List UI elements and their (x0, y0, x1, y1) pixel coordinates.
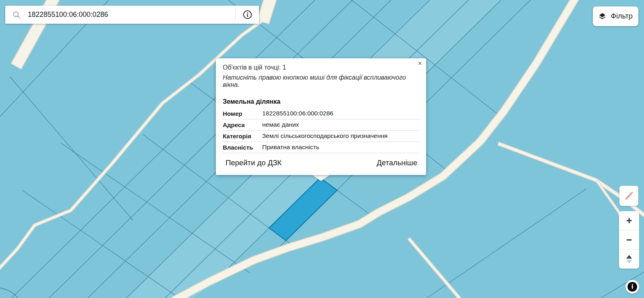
default-extent-button[interactable] (619, 249, 639, 269)
search-info-button[interactable] (236, 6, 259, 24)
cadastral-map-app: Фільтр × Об'єктів в цій точці: 1 Натисні… (0, 0, 644, 298)
pencil-slash-icon (623, 190, 635, 201)
parcel-attributes-table: Номер 1822855100:06:000:0286 Адреса нема… (223, 108, 419, 153)
table-row: Адреса немає даних (223, 119, 419, 131)
parcel-info-popup: × Об'єктів в цій точці: 1 Натисніть прав… (216, 58, 426, 175)
zoom-out-button[interactable]: − (619, 230, 639, 249)
zoom-in-button[interactable]: + (619, 211, 639, 230)
filter-button[interactable]: Фільтр (593, 6, 638, 26)
magnifier-icon (5, 10, 28, 19)
search-input[interactable] (28, 10, 235, 19)
up-down-arrows-icon (626, 255, 632, 263)
popup-pointer (311, 175, 331, 181)
row-value: Землі сільськогосподарського призначення (262, 132, 387, 140)
popup-actions: Перейти до ДЗК Детальніше (223, 158, 419, 167)
table-row: Власність Приватна власність (223, 142, 419, 153)
clear-drawing-button[interactable] (619, 186, 638, 206)
goto-dzk-link[interactable]: Перейти до ДЗК (226, 158, 282, 167)
table-row: Категорія Землі сільськогосподарського п… (223, 131, 419, 142)
row-label: Категорія (223, 133, 262, 140)
info-filled-icon: i (627, 282, 637, 292)
parcel-section-title: Земельна ділянка (223, 98, 419, 105)
info-circle-icon (242, 10, 253, 20)
filter-button-label: Фільтр (611, 12, 632, 21)
row-label: Адреса (223, 121, 262, 128)
row-value: немає даних (262, 121, 299, 128)
row-label: Номер (223, 110, 262, 117)
objects-count-text: Об'єктів в цій точці: 1 (223, 64, 419, 71)
popup-hint-text: Натисніть правою кнопкою миші для фіксац… (223, 74, 419, 88)
row-value: Приватна власність (262, 144, 319, 151)
search-bar (5, 6, 259, 24)
close-icon[interactable]: × (417, 60, 422, 68)
table-row: Номер 1822855100:06:000:0286 (223, 108, 419, 119)
row-label: Власність (223, 144, 262, 151)
layers-icon (598, 12, 606, 20)
map-info-button[interactable]: i (625, 280, 639, 294)
details-link[interactable]: Детальніше (377, 158, 417, 167)
zoom-control-panel: + − (619, 211, 639, 269)
row-value: 1822855100:06:000:0286 (262, 110, 333, 117)
